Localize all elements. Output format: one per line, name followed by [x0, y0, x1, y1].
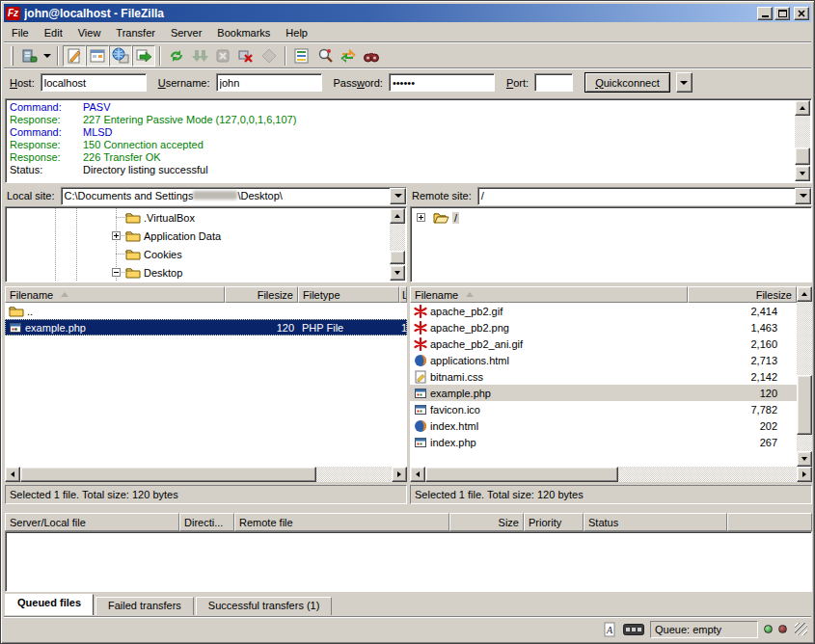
tree-item-desktop[interactable]: Desktop — [7, 263, 405, 281]
tab-queued-files[interactable]: Queued files — [5, 594, 94, 615]
username-input[interactable] — [216, 73, 322, 92]
folder-icon — [125, 229, 141, 242]
column-filesize[interactable]: Filesize — [225, 286, 298, 303]
menu-file[interactable]: File — [4, 25, 37, 40]
column-priority[interactable]: Priority — [524, 513, 584, 531]
toggle-local-tree-button[interactable] — [86, 45, 109, 67]
toolbar-grip[interactable] — [11, 46, 14, 66]
menu-edit[interactable]: Edit — [37, 25, 70, 40]
list-item[interactable]: apache_pb2_ani.gif 2,160 — [410, 335, 797, 352]
tree-item-application-data[interactable]: Application Data — [7, 227, 405, 245]
toggle-remote-tree-button[interactable] — [109, 45, 132, 67]
tree-item-virtualbox[interactable]: .VirtualBox — [7, 208, 405, 227]
list-item[interactable]: apache_pb2.gif 2,414 — [410, 303, 797, 319]
folder-icon — [125, 211, 141, 224]
list-item[interactable]: applications.html 2,713 — [410, 352, 797, 368]
host-input[interactable] — [41, 73, 147, 92]
expand-icon[interactable] — [112, 231, 121, 240]
synchronized-browsing-button[interactable] — [337, 45, 360, 67]
scroll-thumb[interactable] — [797, 375, 812, 435]
scroll-thumb[interactable] — [425, 467, 618, 482]
list-item[interactable]: apache_pb2.png 1,463 — [410, 319, 797, 335]
list-item-example-php[interactable]: example.php 120 PHP File 1 — [5, 319, 407, 335]
tab-successful-transfers[interactable]: Successful transfers (1) — [196, 597, 333, 615]
tree-item-root[interactable]: / — [412, 208, 810, 227]
scroll-thumb[interactable] — [795, 148, 810, 165]
column-direction[interactable]: Directi... — [179, 513, 234, 531]
log-scrollbar[interactable] — [795, 100, 810, 181]
scroll-right-button[interactable] — [392, 467, 407, 482]
cancel-button[interactable] — [211, 45, 234, 67]
password-input[interactable] — [389, 73, 495, 92]
disconnect-button[interactable] — [234, 45, 258, 67]
scroll-up-button[interactable] — [390, 208, 405, 224]
site-manager-button[interactable] — [17, 45, 41, 67]
local-site-label: Local site: — [5, 190, 61, 201]
column-last-modified[interactable]: L — [399, 286, 407, 303]
local-site-combo[interactable]: C:\Documents and Settings\Desktop\ — [61, 187, 407, 205]
menu-help[interactable]: Help — [278, 25, 315, 40]
scroll-down-button[interactable] — [795, 166, 810, 181]
tab-failed-transfers[interactable]: Failed transfers — [95, 597, 194, 615]
scroll-left-button[interactable] — [5, 467, 20, 482]
menu-bookmarks[interactable]: Bookmarks — [209, 25, 278, 40]
column-status[interactable]: Status — [584, 513, 727, 531]
minimize-icon — [762, 15, 769, 17]
column-filetype[interactable]: Filetype — [298, 286, 399, 303]
scroll-thumb[interactable] — [390, 251, 405, 264]
list-item-parent-dir[interactable]: .. — [5, 303, 407, 319]
list-item-example-php[interactable]: example.php 120 — [410, 385, 797, 401]
menu-transfer[interactable]: Transfer — [108, 25, 163, 40]
scroll-thumb[interactable] — [20, 467, 316, 482]
maximize-button[interactable] — [774, 7, 790, 20]
list-item[interactable]: index.php 267 — [410, 434, 797, 450]
scroll-up-button[interactable] — [795, 100, 810, 116]
list-item[interactable]: bitnami.css 2,142 — [410, 368, 797, 385]
menu-view[interactable]: View — [70, 25, 109, 40]
list-item[interactable]: favicon.ico 7,782 — [410, 401, 797, 417]
port-input[interactable] — [534, 73, 573, 92]
column-remote-file[interactable]: Remote file — [234, 513, 449, 531]
column-filename[interactable]: Filename — [5, 286, 225, 303]
maximize-icon — [778, 10, 787, 17]
reconnect-button[interactable] — [258, 45, 281, 67]
column-filename[interactable]: Filename — [410, 286, 688, 303]
menu-server[interactable]: Server — [163, 25, 209, 40]
toggle-message-log-button[interactable] — [63, 45, 86, 67]
remote-site-dropdown[interactable] — [795, 188, 811, 204]
resize-grip[interactable] — [795, 623, 807, 635]
tree-item-cookies[interactable]: Cookies — [7, 245, 405, 263]
scroll-left-button[interactable] — [410, 467, 425, 482]
expand-icon[interactable] — [417, 213, 425, 222]
list-item[interactable]: index.html 202 — [410, 417, 797, 434]
find-files-button[interactable] — [360, 45, 383, 67]
directory-comparison-button[interactable] — [313, 45, 337, 67]
scroll-up-button[interactable] — [797, 286, 812, 302]
refresh-button[interactable] — [165, 45, 188, 67]
column-server-local-file[interactable]: Server/Local file — [5, 513, 179, 531]
scroll-down-button[interactable] — [797, 451, 812, 467]
remote-list-hscrollbar[interactable] — [410, 467, 812, 482]
column-size[interactable]: Size — [449, 513, 524, 531]
site-manager-icon — [20, 47, 38, 65]
username-label: Username: — [158, 77, 210, 89]
site-manager-dropdown[interactable] — [41, 45, 53, 67]
filter-button[interactable] — [290, 45, 313, 67]
scroll-right-button[interactable] — [797, 467, 812, 482]
local-list-hscrollbar[interactable] — [5, 467, 407, 482]
toolbar — [4, 43, 811, 67]
local-site-dropdown[interactable] — [390, 188, 406, 204]
quickconnect-dropdown[interactable] — [676, 72, 693, 93]
close-button[interactable] — [794, 7, 809, 20]
column-filesize[interactable]: Filesize — [688, 286, 797, 303]
process-queue-button[interactable] — [188, 45, 211, 67]
quickconnect-button[interactable]: Quickconnect — [584, 72, 670, 93]
scroll-down-button[interactable] — [390, 265, 405, 281]
collapse-icon[interactable] — [112, 268, 121, 277]
minimize-button[interactable] — [757, 7, 773, 20]
password-label: Password: — [334, 77, 383, 89]
local-tree-scrollbar[interactable] — [390, 208, 405, 281]
toggle-transfer-queue-button[interactable] — [132, 45, 155, 67]
remote-list-scrollbar[interactable] — [797, 286, 812, 467]
remote-site-combo[interactable]: / — [477, 187, 812, 205]
